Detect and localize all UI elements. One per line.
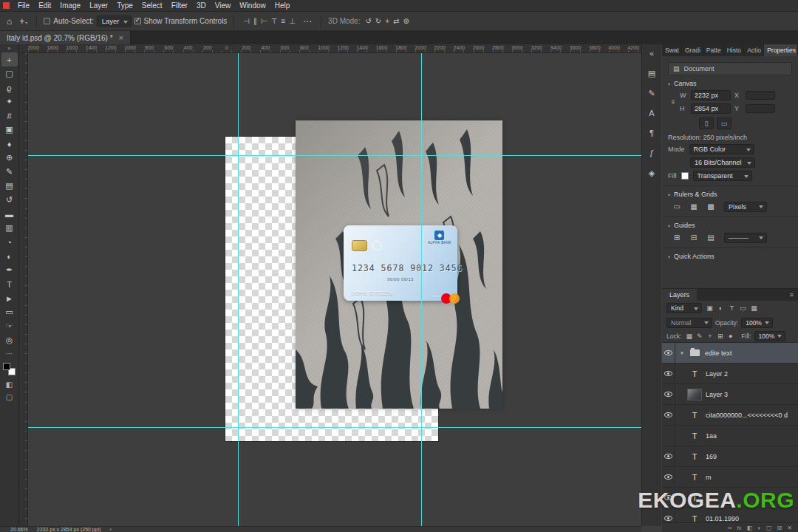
- show-transform-checkbox[interactable]: [134, 18, 141, 24]
- zoom-level-field[interactable]: 20.66%: [10, 527, 28, 532]
- clear-guides-icon[interactable]: ▤: [704, 232, 717, 243]
- collapse-panels-icon[interactable]: «: [644, 47, 659, 60]
- guides-section-header[interactable]: ▾ Guides: [668, 222, 792, 229]
- visibility-toggle[interactable]: [662, 446, 675, 466]
- character-panel-icon[interactable]: A: [644, 106, 659, 120]
- delete-layer-icon[interactable]: ✕: [787, 525, 792, 531]
- document-properties-header[interactable]: ▤ Document: [668, 62, 792, 75]
- layer-effects-icon[interactable]: fx: [737, 525, 741, 531]
- orbit-3d-icon[interactable]: ↺: [365, 17, 371, 25]
- healing-brush-tool[interactable]: ⊕: [1, 151, 18, 165]
- crop-tool[interactable]: #: [1, 109, 18, 123]
- menu-view[interactable]: View: [211, 0, 236, 12]
- panel-tab-gradi[interactable]: Gradi: [682, 44, 703, 56]
- bit-depth-dropdown[interactable]: 16 Bits/Channel: [690, 157, 755, 168]
- visibility-toggle[interactable]: [662, 384, 675, 404]
- hand-tool[interactable]: ☞: [1, 319, 18, 333]
- visibility-toggle[interactable]: [662, 405, 675, 425]
- quick-actions-section-header[interactable]: ▾ Quick Actions: [668, 253, 792, 260]
- guide-layout-icon[interactable]: ⊟: [687, 232, 700, 243]
- y-field[interactable]: [746, 104, 775, 113]
- align-left-edges-icon[interactable]: ⊣: [243, 17, 250, 25]
- move-tool[interactable]: +: [1, 52, 18, 66]
- path-selection-tool[interactable]: ►: [1, 291, 18, 305]
- libraries-panel-icon[interactable]: ◈: [644, 166, 659, 180]
- layer-row[interactable]: Tcita0000000...<<<<<<<<0 d: [662, 405, 798, 426]
- filter-shape-layers-icon[interactable]: ▭: [738, 304, 748, 312]
- zoom-tool[interactable]: ◎: [1, 333, 18, 347]
- lasso-tool[interactable]: ϱ: [1, 81, 18, 95]
- visibility-toggle[interactable]: [662, 426, 675, 446]
- status-chevron-icon[interactable]: ›: [110, 527, 112, 532]
- filter-pixel-layers-icon[interactable]: ▣: [705, 304, 715, 312]
- eye-icon[interactable]: [664, 371, 672, 376]
- menu-type[interactable]: Type: [112, 0, 137, 12]
- eye-icon[interactable]: [664, 454, 672, 459]
- panel-tab-properties[interactable]: Properties: [764, 44, 798, 56]
- filter-type-layers-icon[interactable]: T: [727, 304, 737, 312]
- rulers-grids-section-header[interactable]: ▾ Rulers & Grids: [668, 191, 792, 198]
- layer-row[interactable]: Tm: [662, 467, 798, 488]
- quick-selection-tool[interactable]: ✦: [1, 95, 18, 109]
- link-dimensions-icon[interactable]: ∞: [669, 99, 677, 106]
- frame-tool[interactable]: ▣: [1, 123, 18, 137]
- eye-icon[interactable]: [664, 392, 672, 397]
- x-field[interactable]: [746, 91, 775, 100]
- new-layer-icon[interactable]: ⊞: [777, 525, 782, 531]
- horizontal-ruler[interactable]: 2000180016001400120010008006004002000200…: [28, 44, 641, 53]
- lock-position-icon[interactable]: +: [705, 332, 715, 340]
- new-guide-icon[interactable]: ⊞: [670, 232, 683, 243]
- horizontal-guide-1[interactable]: [28, 155, 641, 156]
- lock-artboard-icon[interactable]: ⊞: [715, 332, 725, 340]
- menu-select[interactable]: Select: [137, 0, 167, 12]
- panel-tab-swat[interactable]: Swat: [662, 44, 682, 56]
- toolbar-chevrons-icon[interactable]: »: [7, 45, 10, 52]
- clone-stamp-tool[interactable]: ▤: [1, 179, 18, 193]
- blend-mode-dropdown[interactable]: Normal: [666, 318, 712, 328]
- menu-edit[interactable]: Edit: [34, 0, 55, 12]
- dodge-tool[interactable]: ◐: [1, 249, 18, 263]
- menu-window[interactable]: Window: [235, 0, 270, 12]
- quick-mask-icon[interactable]: ◧: [6, 381, 13, 389]
- canvas-section-header[interactable]: ▾ Canvas: [668, 80, 792, 87]
- vertical-guide-1[interactable]: [238, 53, 239, 526]
- screen-mode-icon[interactable]: ▢: [6, 393, 13, 401]
- filter-smart-objects-icon[interactable]: ▦: [749, 304, 759, 312]
- auto-select-checkbox[interactable]: [44, 18, 50, 24]
- panel-tab-histo[interactable]: Histo: [724, 44, 744, 56]
- glyphs-panel-icon[interactable]: ƒ: [644, 146, 659, 160]
- document-tab[interactable]: Italy id.psd @ 20.7% (RGB/16) * ×: [0, 31, 131, 44]
- vertical-ruler[interactable]: [19, 53, 28, 526]
- history-brush-tool[interactable]: ↺: [1, 193, 18, 207]
- align-bottom-edges-icon[interactable]: ⊥: [289, 17, 296, 25]
- toggle-grid-icon[interactable]: ▦: [687, 201, 700, 212]
- brush-settings-panel-icon[interactable]: ✎: [644, 86, 659, 100]
- foreground-color-swatch[interactable]: [3, 363, 10, 370]
- gradient-tool[interactable]: ▥: [1, 221, 18, 235]
- visibility-toggle[interactable]: [662, 343, 675, 363]
- eye-icon[interactable]: [664, 350, 672, 355]
- height-field[interactable]: 2854 px: [691, 103, 731, 114]
- eye-icon[interactable]: [664, 412, 672, 417]
- portrait-orientation-button[interactable]: ▯: [699, 117, 714, 129]
- rectangle-tool[interactable]: ▭: [1, 305, 18, 319]
- toggle-rulers-icon[interactable]: ▭: [670, 201, 683, 212]
- close-tab-icon[interactable]: ×: [119, 33, 123, 42]
- lock-all-icon[interactable]: ●: [726, 332, 735, 340]
- layer-row[interactable]: TLayer 2: [662, 364, 798, 384]
- layer-fill-dropdown[interactable]: 100%: [754, 331, 786, 341]
- menu-image[interactable]: Image: [55, 0, 85, 12]
- guide-style-dropdown[interactable]: ———: [724, 233, 767, 243]
- menu-3d[interactable]: 3D: [192, 0, 211, 12]
- layer-row[interactable]: Layer 3: [662, 384, 798, 405]
- menu-help[interactable]: Help: [270, 0, 295, 12]
- menu-file[interactable]: File: [13, 0, 34, 12]
- landscape-orientation-button[interactable]: ▭: [717, 117, 732, 129]
- eye-icon[interactable]: [664, 516, 672, 521]
- filter-adjustment-layers-icon[interactable]: ◐: [716, 304, 726, 312]
- pen-tool[interactable]: ✒: [1, 263, 18, 277]
- roll-3d-icon[interactable]: ↻: [375, 17, 381, 25]
- panel-menu-icon[interactable]: ≡: [790, 291, 794, 299]
- edit-toolbar-icon[interactable]: ⋯: [6, 349, 13, 358]
- paragraph-panel-icon[interactable]: ¶: [644, 126, 659, 140]
